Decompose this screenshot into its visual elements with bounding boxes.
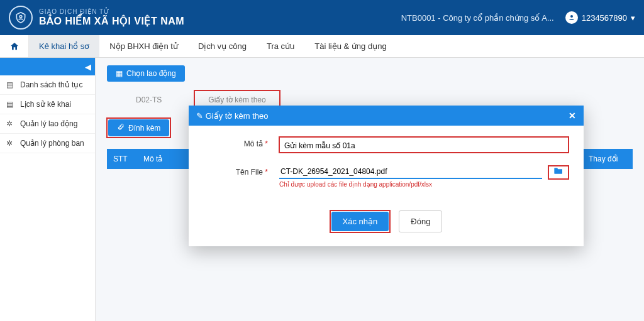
svg-point-1 <box>570 15 573 18</box>
sidebar-item-label: Quản lý lao động <box>20 119 77 128</box>
brand-subtitle: GIAO DỊCH ĐIỆN TỬ <box>39 8 184 16</box>
label-tenfile: Tên File * <box>204 165 279 177</box>
list-icon: ▤ <box>6 80 15 89</box>
company-name: NTB0001 - Công ty cổ phần chứng số A... <box>401 13 554 23</box>
user-menu[interactable]: 1234567890 ▾ <box>565 11 635 24</box>
nav-nop-bhxh[interactable]: Nộp BHXH điện tử <box>99 35 188 57</box>
close-icon[interactable]: ✕ <box>569 111 576 121</box>
paperclip-icon <box>117 123 125 133</box>
history-icon: ▤ <box>6 100 15 109</box>
mota-input[interactable] <box>283 139 565 153</box>
svg-point-0 <box>19 16 22 18</box>
nav-tai-lieu[interactable]: Tài liệu & ứng dụng <box>304 35 396 57</box>
folder-icon[interactable] <box>548 166 569 179</box>
sidebar-item-thutuc[interactable]: ▤ Danh sách thủ tục <box>0 75 95 95</box>
sidebar-collapse-button[interactable]: ◀ <box>0 58 95 75</box>
confirm-button[interactable]: Xác nhận <box>331 212 389 231</box>
sidebar-item-phongban[interactable]: ✲ Quản lý phòng ban <box>0 134 95 153</box>
brand-header: GIAO DỊCH ĐIỆN TỬ BẢO HIỂM XÃ HỘI VIỆT N… <box>0 0 644 35</box>
modal-header: ✎ Giấy tờ kèm theo ✕ <box>189 106 584 126</box>
col-stt: STT <box>107 155 137 163</box>
collapse-icon: ◀ <box>85 62 91 72</box>
sidebar-item-label: Lịch sử kê khai <box>20 100 71 109</box>
avatar-icon <box>565 11 578 24</box>
nav-tra-cuu[interactable]: Tra cứu <box>257 35 304 57</box>
choose-employee-button[interactable]: ▦ Chọn lao động <box>107 65 185 82</box>
logo-icon <box>9 6 33 30</box>
close-button[interactable]: Đóng <box>399 210 442 232</box>
sidebar-item-label: Quản lý phòng ban <box>20 139 84 148</box>
attach-button[interactable]: Đính kèm <box>108 119 169 136</box>
gear-icon: ✲ <box>6 119 15 128</box>
nav-home[interactable] <box>0 35 29 57</box>
attach-modal: ✎ Giấy tờ kèm theo ✕ Mô tả * Tên File * <box>189 106 584 246</box>
nav-dich-vu-cong[interactable]: Dịch vụ công <box>188 35 257 57</box>
col-thaydoi: Thay đổi <box>582 155 633 163</box>
tab-d02[interactable]: D02-TS <box>122 90 175 109</box>
file-helper: Chỉ được upload các file định dạng appli… <box>279 181 569 188</box>
gear-icon: ✲ <box>6 139 15 148</box>
sidebar-item-lichsu[interactable]: ▤ Lịch sử kê khai <box>0 95 95 114</box>
attach-label: Đính kèm <box>128 124 160 133</box>
modal-title: Giấy tờ kèm theo <box>206 111 269 121</box>
chevron-down-icon: ▾ <box>631 13 635 23</box>
sidebar-item-laodong[interactable]: ✲ Quản lý lao động <box>0 114 95 134</box>
label-mota: Mô tả * <box>204 137 279 148</box>
sidebar-item-label: Danh sách thủ tục <box>20 80 82 89</box>
main-nav: Kê khai hồ sơ Nộp BHXH điện tử Dịch vụ c… <box>0 35 644 58</box>
file-input[interactable] <box>279 165 542 179</box>
username: 1234567890 <box>582 13 627 23</box>
edit-icon: ✎ <box>196 111 206 121</box>
plus-icon: ▦ <box>116 69 123 78</box>
sidebar: ◀ ▤ Danh sách thủ tục ▤ Lịch sử kê khai … <box>0 58 96 321</box>
brand-title: BẢO HIỂM XÃ HỘI VIỆT NAM <box>39 16 184 27</box>
nav-ke-khai[interactable]: Kê khai hồ sơ <box>29 35 99 57</box>
choose-employee-label: Chọn lao động <box>126 69 176 78</box>
